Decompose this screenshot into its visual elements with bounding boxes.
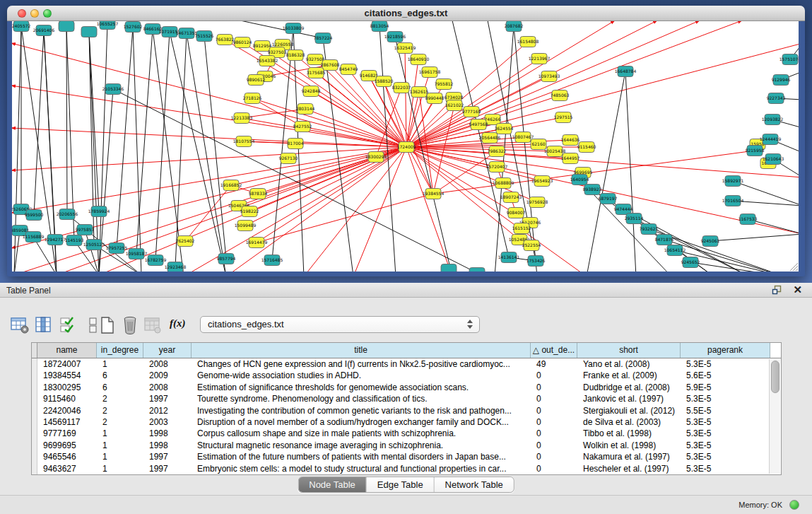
graph-node[interactable]: 2522554 xyxy=(522,240,541,251)
graph-node[interactable] xyxy=(59,21,74,32)
column-header-out_de...[interactable]: △ out_de... xyxy=(531,343,577,358)
graph-node[interactable]: 12505125 xyxy=(83,240,105,250)
close-panel-icon[interactable]: ✕ xyxy=(793,284,802,296)
graph-node[interactable]: 12923468 xyxy=(165,262,187,272)
table-cell[interactable]: 2 xyxy=(97,393,143,404)
node-table[interactable]: namein_degreeyeartitle△ out_de...shortpa… xyxy=(31,342,782,475)
table-cell[interactable]: 0 xyxy=(531,382,577,393)
graph-node[interactable]: 7515526 xyxy=(195,31,214,42)
graph-node[interactable]: 1724009 xyxy=(397,142,416,153)
table-row[interactable]: 911546021997Tourette syndrome. Phenomeno… xyxy=(32,393,781,404)
graph-node[interactable]: 3175685 xyxy=(307,68,326,78)
table-cell[interactable]: Changes of HCN gene expression and I(f) … xyxy=(192,358,531,370)
table-cell[interactable]: 5.5E-5 xyxy=(681,405,770,416)
graph-node[interactable]: 16648784 xyxy=(615,66,637,77)
graph-node[interactable]: 9245652 xyxy=(681,257,700,268)
graph-node[interactable]: 9115460 xyxy=(577,142,596,153)
vertical-scrollbar-thumb[interactable] xyxy=(771,361,779,393)
network-window-titlebar[interactable]: citations_edges.txt xyxy=(7,6,805,21)
table-cell[interactable]: 2 xyxy=(97,416,143,428)
table-cell[interactable]: Hescheler et al. (1997) xyxy=(577,463,681,474)
graph-node[interactable]: 15720407 xyxy=(486,162,508,173)
graph-node[interactable]: 1145193 xyxy=(65,235,84,246)
table-cell[interactable]: 49 xyxy=(531,358,577,370)
graph-node[interactable]: 7857224 xyxy=(314,33,333,44)
graph-node[interactable]: 17859924 xyxy=(88,206,110,217)
link-edge[interactable] xyxy=(170,32,226,271)
table-cell[interactable]: Estimation of the future numbers of pati… xyxy=(192,451,531,462)
table-cell[interactable]: 1 xyxy=(97,451,143,462)
column-header-pagerank[interactable]: pagerank xyxy=(681,343,770,358)
select-column-button[interactable] xyxy=(34,315,54,335)
table-cell[interactable]: 5.3E-5 xyxy=(681,358,770,370)
graph-node[interactable]: 12444419 xyxy=(760,134,782,145)
graph-node[interactable]: 17957255 xyxy=(106,243,128,254)
column-header-short[interactable]: short xyxy=(577,343,681,358)
vertical-scrollbar[interactable] xyxy=(769,359,780,474)
graph-node[interactable]: 20691406 xyxy=(33,25,55,36)
table-cell[interactable]: 5.3E-5 xyxy=(681,393,770,404)
column-header-name[interactable]: name xyxy=(37,343,97,358)
table-cell[interactable]: 0 xyxy=(531,416,577,428)
table-cell[interactable]: 18300295 xyxy=(37,382,97,393)
graph-node[interactable]: 15751074 xyxy=(779,54,799,65)
link-edge[interactable] xyxy=(66,26,67,214)
graph-node[interactable]: 19654923 xyxy=(531,176,553,187)
function-builder-button[interactable]: f(x) xyxy=(170,317,186,329)
graph-node[interactable]: 8813054 xyxy=(370,21,389,32)
graph-node[interactable]: 12942717 xyxy=(45,235,66,245)
graph-node[interactable]: 1640954 xyxy=(570,175,589,185)
table-cell[interactable]: 1997 xyxy=(143,393,192,404)
graph-node[interactable]: 9129946 xyxy=(772,75,791,86)
graph-node[interactable]: 1588520 xyxy=(375,76,394,87)
table-cell[interactable]: 1 xyxy=(97,428,143,439)
graph-node[interactable]: 5198222 xyxy=(240,206,259,217)
table-cell[interactable]: 1 xyxy=(97,358,143,370)
table-row[interactable]: 1872400712008Changes of HCN gene express… xyxy=(32,358,781,370)
graph-node[interactable]: 20564486 xyxy=(479,133,501,144)
column-header-year[interactable]: year xyxy=(143,343,192,358)
delete-column-button[interactable] xyxy=(120,315,140,335)
table-cell[interactable]: 5.3E-5 xyxy=(681,428,770,439)
link-edge[interactable] xyxy=(293,28,304,271)
table-cell[interactable]: Jankovic et al. (1997) xyxy=(577,393,681,404)
graph-node[interactable]: 18907243 xyxy=(500,192,522,203)
table-row[interactable]: 2242004622012Investigating the contribut… xyxy=(32,405,781,416)
network-canvas[interactable]: 1724009766382298601248912954122605589327… xyxy=(12,21,799,271)
graph-node[interactable]: 8938923 xyxy=(583,185,602,195)
graph-node[interactable]: 10654112 xyxy=(664,245,686,256)
graph-node[interactable]: 16914479 xyxy=(246,238,268,248)
table-cell[interactable]: 9699695 xyxy=(37,440,97,451)
graph-node[interactable]: 15892971 xyxy=(722,176,744,187)
graph-node[interactable]: 6879197 xyxy=(599,194,618,204)
table-cell[interactable]: 5.3E-5 xyxy=(681,451,770,462)
table-cell[interactable]: 19384554 xyxy=(37,370,97,381)
graph-node[interactable]: 16325419 xyxy=(394,43,416,54)
table-cell[interactable]: 1997 xyxy=(143,451,192,462)
table-cell[interactable]: Disruption of a novel member of a sodium… xyxy=(192,416,531,428)
table-cell[interactable]: Genome-wide association studies in ADHD. xyxy=(192,370,531,381)
graph-node[interactable]: 1527602 xyxy=(124,22,143,33)
table-body[interactable]: 1872400712008Changes of HCN gene express… xyxy=(32,358,781,474)
table-cell[interactable]: Yano et al. (2008) xyxy=(577,358,681,370)
citation-edge[interactable] xyxy=(185,185,231,241)
table-cell[interactable]: 0 xyxy=(531,463,577,474)
graph-node[interactable]: 8427552 xyxy=(293,122,312,132)
graph-node[interactable]: 16154808 xyxy=(517,37,539,47)
graph-node[interactable]: 3624554 xyxy=(495,124,514,134)
table-cell[interactable]: 6 xyxy=(97,382,143,393)
graph-node[interactable]: 19384554 xyxy=(423,189,445,199)
citation-edge[interactable] xyxy=(257,194,433,243)
link-edge[interactable] xyxy=(99,24,107,271)
link-edge[interactable] xyxy=(34,30,44,215)
graph-node[interactable]: 9242848 xyxy=(302,86,321,97)
graph-node[interactable]: 9599500 xyxy=(25,210,44,221)
graph-node[interactable]: 9084007 xyxy=(507,208,526,218)
graph-node[interactable]: 2803144 xyxy=(296,104,315,115)
link-edge[interactable] xyxy=(240,21,323,38)
table-cell[interactable]: 5.6E-5 xyxy=(681,370,770,381)
graph-node[interactable]: 9267130 xyxy=(279,153,298,164)
graph-node[interactable]: 8471876 xyxy=(655,235,674,245)
graph-node[interactable]: 1753426 xyxy=(526,256,546,267)
new-column-button[interactable] xyxy=(98,315,117,335)
